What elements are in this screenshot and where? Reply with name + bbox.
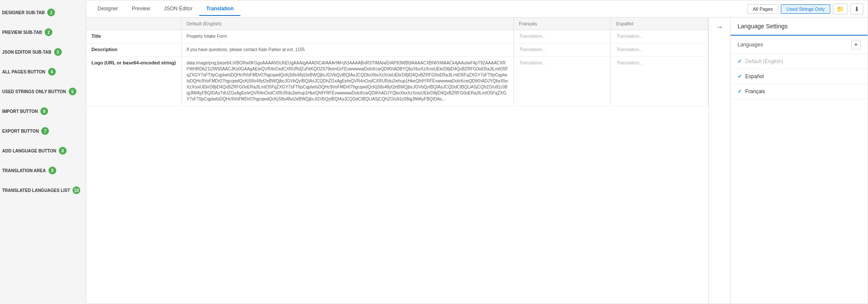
annotation-number-8: 8 (59, 147, 67, 155)
annotation-import-button: IMPORT BUTTON 6 (2, 107, 84, 115)
add-language-button[interactable]: + (851, 40, 861, 49)
table-row: Title Property Intake Form Translation..… (86, 30, 708, 43)
annotation-number-10: 10 (73, 186, 80, 194)
tab-bar: Designer Preview JSON Editor Translation… (86, 0, 868, 18)
annotation-number-3: 3 (54, 48, 62, 56)
table-row: Logo (URL or base64-encoded string) data… (86, 57, 708, 106)
translation-area: Default (English) Français Español Title… (86, 18, 868, 304)
annotation-label: IMPORT BUTTON (2, 109, 38, 114)
annotation-panel: DESIGNER SUB-TAB 1 PREVIEW SUB-TAB 2 JSO… (0, 0, 86, 304)
import-button[interactable]: 📁 (833, 3, 848, 15)
annotation-label: JSON EDITOR SUB-TAB (2, 50, 52, 55)
language-item-francais[interactable]: ✓ Français (731, 84, 868, 99)
export-button[interactable]: ⬇ (850, 3, 863, 15)
main-content: Designer Preview JSON Editor Translation… (86, 0, 868, 304)
language-name-default: Default (English) (745, 58, 783, 64)
export-icon: ⬇ (854, 6, 859, 12)
field-value-description-francais[interactable]: Translation... (513, 43, 611, 57)
checkmark-icon: ✓ (737, 73, 742, 79)
tab-translation[interactable]: Translation (199, 2, 240, 16)
annotation-label: USED STRINGS ONLY BUTTON (2, 89, 66, 94)
annotation-label: PREVIEW SUB-TAB (2, 30, 42, 35)
annotation-json-editor-sub-tab: JSON EDITOR SUB-TAB 3 (2, 48, 84, 56)
field-value-title-default: Property Intake Form (181, 30, 513, 43)
checkmark-icon: ✓ (737, 58, 742, 64)
field-label-logo: Logo (URL or base64-encoded string) (86, 57, 181, 106)
annotation-label: DESIGNER SUB-TAB (2, 10, 45, 15)
annotation-add-language-button: ADD LANGUAGE BUTTON 8 (2, 147, 84, 155)
field-value-logo-default: data:image/png;base64,iVBORw0KGgoAAAANSU… (181, 57, 513, 106)
all-pages-button[interactable]: All Pages (747, 4, 778, 14)
annotation-number-6: 6 (40, 107, 48, 115)
column-header-default: Default (English) (181, 18, 513, 30)
field-label-title: Title (86, 30, 181, 43)
annotation-used-strings-button: USED STRINGS ONLY BUTTON 5 (2, 88, 84, 95)
field-value-title-francais[interactable]: Translation... (513, 30, 611, 43)
tab-designer[interactable]: Designer (91, 2, 125, 16)
field-value-title-espanol[interactable]: Translation... (611, 30, 708, 43)
field-value-logo-espanol[interactable]: Translation... (611, 57, 708, 106)
field-value-logo-francais[interactable]: Translation... (513, 57, 611, 106)
field-value-description-espanol[interactable]: Translation... (611, 43, 708, 57)
language-name-espanol: Español (745, 73, 764, 79)
annotation-label: TRANSLATION AREA (2, 168, 46, 173)
annotation-number-1: 1 (47, 9, 55, 16)
annotation-translated-languages-list: TRANSLATED LANGUAGES LIST 10 (2, 186, 84, 194)
annotation-number-7: 7 (41, 127, 49, 135)
language-settings-panel: Language Settings Languages + ✓ Default … (730, 18, 868, 304)
toolbar-buttons: All Pages Used Strings Only 📁 ⬇ (747, 3, 863, 15)
annotation-preview-sub-tab: PREVIEW SUB-TAB 2 (2, 28, 84, 36)
annotation-number-5: 5 (69, 88, 76, 95)
annotation-label: ADD LANGUAGE BUTTON (2, 149, 56, 153)
arrow-separator: → (709, 18, 730, 304)
arrow-icon: → (716, 23, 723, 32)
column-header-espanol: Español (611, 18, 708, 30)
checkmark-icon: ✓ (737, 88, 742, 94)
tab-json-editor[interactable]: JSON Editor (157, 2, 200, 16)
annotation-label: TRANSLATED LANGUAGES LIST (2, 188, 70, 193)
language-name-francais: Français (745, 88, 765, 94)
annotation-label: EXPORT BUTTON (2, 129, 39, 134)
annotation-label: ALL PAGES BUTTON (2, 70, 46, 74)
languages-label: Languages (737, 42, 763, 48)
annotation-number-4: 4 (48, 68, 56, 76)
annotation-all-pages-button: ALL PAGES BUTTON 4 (2, 68, 84, 76)
used-strings-only-button[interactable]: Used Strings Only (781, 4, 830, 14)
column-header-field (86, 18, 181, 30)
language-item-default: ✓ Default (English) (731, 54, 868, 69)
annotation-translation-area: TRANSLATION AREA 9 (2, 167, 84, 174)
table-row: Description If you have questions, pleas… (86, 43, 708, 57)
tab-preview[interactable]: Preview (125, 2, 157, 16)
translation-table: Default (English) Français Español Title… (86, 18, 709, 304)
import-icon: 📁 (837, 6, 844, 12)
language-item-espanol[interactable]: ✓ Español (731, 69, 868, 84)
annotation-export-button: EXPORT BUTTON 7 (2, 127, 84, 135)
field-value-description-default: If you have questions, please contact Ka… (181, 43, 513, 57)
field-label-description: Description (86, 43, 181, 57)
column-header-francais: Français (513, 18, 611, 30)
annotation-number-2: 2 (45, 28, 52, 36)
annotation-designer-sub-tab: DESIGNER SUB-TAB 1 (2, 9, 84, 16)
annotation-number-9: 9 (49, 167, 56, 174)
languages-subheader: Languages + (731, 36, 868, 54)
language-settings-title: Language Settings (731, 18, 868, 36)
